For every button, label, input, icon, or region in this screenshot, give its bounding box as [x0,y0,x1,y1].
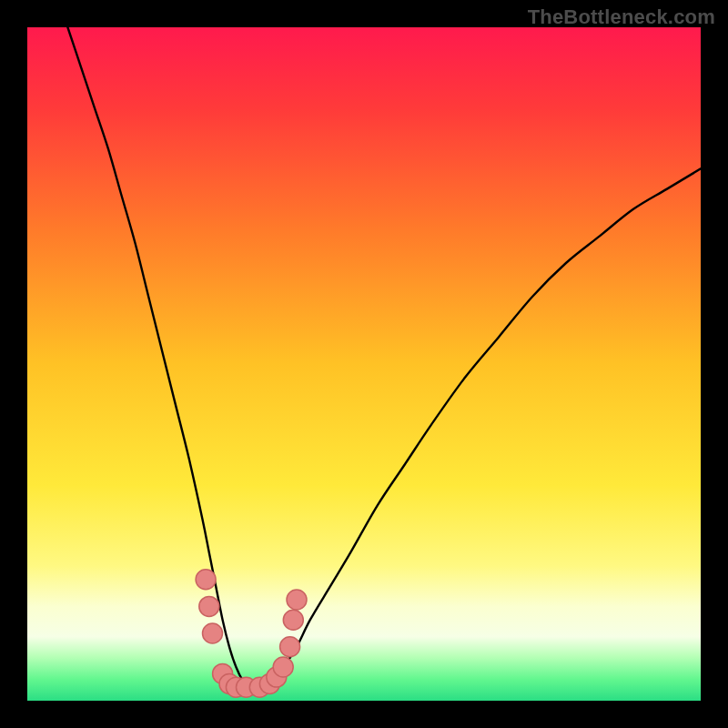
watermark-text: TheBottleneck.com [528,5,715,29]
marker-point [203,623,223,643]
marker-point [199,596,219,616]
plot-area [27,27,701,701]
chart-frame: TheBottleneck.com [0,0,728,728]
marker-point [196,570,216,590]
marker-point [287,590,307,610]
gradient-background [27,27,701,701]
bottleneck-chart [27,27,701,701]
marker-point [283,610,303,630]
marker-point [280,637,300,657]
marker-point [273,657,293,677]
